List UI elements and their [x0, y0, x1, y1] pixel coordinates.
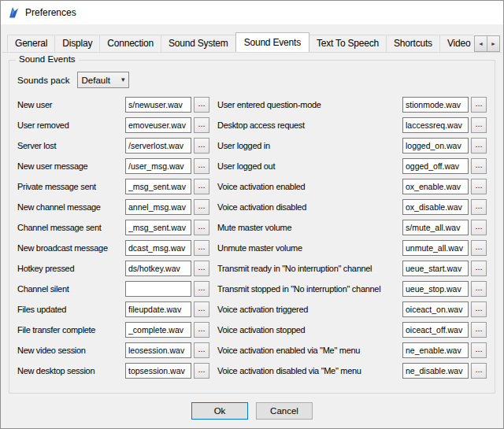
browse-button[interactable]: ... [471, 261, 487, 276]
sound-file-input[interactable] [402, 199, 469, 215]
sound-file-input[interactable] [125, 220, 191, 235]
sound-event-row: Server lost... [17, 135, 209, 156]
cancel-button[interactable]: Cancel [256, 402, 313, 420]
browse-button[interactable]: ... [471, 301, 487, 317]
sound-file-input[interactable] [402, 179, 469, 194]
browse-button[interactable]: ... [194, 342, 209, 358]
sound-file-input[interactable] [402, 261, 469, 276]
browse-button[interactable]: ... [194, 179, 209, 194]
tab-strip: GeneralDisplayConnectionSound SystemSoun… [7, 32, 473, 52]
sound-event-row: Mute master volume... [217, 217, 487, 238]
tab-scroll-left-button[interactable]: ◄ [474, 35, 487, 52]
sound-event-row: Desktop access request... [217, 115, 487, 135]
browse-button[interactable]: ... [194, 301, 209, 317]
browse-button[interactable]: ... [194, 199, 209, 215]
sound-file-input[interactable] [125, 97, 191, 113]
sound-event-label: Voice activation stopped [217, 325, 402, 335]
sound-event-label: New user message [17, 161, 125, 171]
browse-button[interactable]: ... [471, 97, 487, 113]
sound-file-input[interactable] [402, 97, 469, 113]
browse-button[interactable]: ... [471, 117, 487, 133]
sound-file-input[interactable] [125, 322, 191, 338]
sounds-pack-select[interactable]: Default ▾ [77, 72, 129, 88]
sound-event-row: Channel message sent... [17, 217, 209, 238]
sound-file-input[interactable] [125, 363, 191, 379]
sound-event-row: Voice activation triggered... [217, 299, 487, 320]
browse-button[interactable]: ... [471, 342, 487, 358]
sound-event-label: Voice activation disabled via "Me" menu [217, 366, 402, 375]
sound-event-row: Transmit ready in "No interruption" chan… [217, 258, 487, 279]
ok-button[interactable]: Ok [191, 402, 248, 420]
sound-file-input[interactable] [402, 322, 469, 338]
browse-button[interactable]: ... [194, 281, 209, 297]
browse-button[interactable]: ... [194, 138, 209, 153]
sound-event-label: New user [17, 100, 125, 109]
sound-file-input[interactable] [402, 281, 469, 297]
browse-button[interactable]: ... [471, 220, 487, 235]
window-title: Preferences [25, 7, 76, 18]
sound-file-input[interactable] [125, 261, 191, 276]
sound-file-input[interactable] [125, 342, 191, 358]
sound-file-input[interactable] [402, 117, 469, 133]
browse-button[interactable]: ... [194, 117, 209, 133]
browse-button[interactable]: ... [194, 363, 209, 379]
browse-button[interactable]: ... [471, 322, 487, 338]
sound-file-input[interactable] [402, 220, 469, 235]
tab-video[interactable]: Video [439, 35, 473, 52]
sound-file-input[interactable] [125, 301, 191, 317]
tab-general[interactable]: General [7, 35, 55, 52]
browse-button[interactable]: ... [194, 97, 209, 113]
tab-scroll-buttons: ◄ ► [474, 35, 500, 52]
browse-button[interactable]: ... [471, 240, 487, 256]
sound-file-input[interactable] [402, 342, 469, 358]
tab-sound-events[interactable]: Sound Events [235, 32, 309, 52]
tab-text-to-speech[interactable]: Text To Speech [309, 35, 387, 52]
browse-button[interactable]: ... [194, 220, 209, 235]
tab-display[interactable]: Display [54, 35, 100, 52]
tab-scroll-right-button[interactable]: ► [487, 35, 500, 52]
tab-sound-system[interactable]: Sound System [161, 35, 236, 52]
browse-button[interactable]: ... [194, 322, 209, 338]
sound-event-row: New desktop session... [17, 361, 209, 381]
sound-file-input[interactable] [125, 179, 191, 194]
sound-event-label: User logged out [217, 161, 402, 171]
sound-event-row: User logged in... [217, 135, 487, 156]
sound-event-row: User removed... [17, 115, 209, 135]
browse-button[interactable]: ... [471, 363, 487, 379]
sound-event-row: Transmit stopped in "No interruption" ch… [217, 279, 487, 299]
sound-file-input[interactable] [125, 281, 191, 297]
sounds-pack-value: Default [82, 76, 110, 85]
sound-file-input[interactable] [402, 363, 469, 379]
sound-event-row: Voice activation stopped... [217, 320, 487, 340]
browse-button[interactable]: ... [471, 158, 487, 174]
sound-file-input[interactable] [402, 301, 469, 317]
sound-event-label: Voice activation enabled [217, 182, 402, 191]
sound-event-label: Transmit stopped in "No interruption" ch… [217, 284, 402, 294]
preferences-window: Preferences GeneralDisplayConnectionSoun… [0, 0, 504, 429]
sound-file-input[interactable] [125, 158, 191, 174]
browse-button[interactable]: ... [194, 240, 209, 256]
sound-event-label: Files updated [17, 305, 125, 314]
sound-file-input[interactable] [125, 240, 191, 256]
event-columns: New user...User removed...Server lost...… [17, 94, 487, 381]
browse-button[interactable]: ... [471, 179, 487, 194]
sound-file-input[interactable] [402, 158, 469, 174]
sound-event-label: Voice activation disabled [217, 202, 402, 212]
sound-file-input[interactable] [402, 138, 469, 153]
sound-event-label: User logged in [217, 141, 402, 150]
browse-button[interactable]: ... [471, 281, 487, 297]
tab-connection[interactable]: Connection [99, 35, 161, 52]
sound-event-label: Desktop access request [217, 120, 402, 130]
browse-button[interactable]: ... [471, 138, 487, 153]
sound-file-input[interactable] [402, 240, 469, 256]
browse-button[interactable]: ... [471, 199, 487, 215]
sound-event-label: Channel message sent [17, 223, 125, 232]
sound-file-input[interactable] [125, 138, 191, 153]
browse-button[interactable]: ... [194, 158, 209, 174]
sound-file-input[interactable] [125, 117, 191, 133]
tab-shortcuts[interactable]: Shortcuts [386, 35, 440, 52]
sound-file-input[interactable] [125, 199, 191, 215]
sound-event-row: File transfer complete... [17, 320, 209, 340]
sound-event-row: New video session... [17, 340, 209, 361]
browse-button[interactable]: ... [194, 261, 209, 276]
